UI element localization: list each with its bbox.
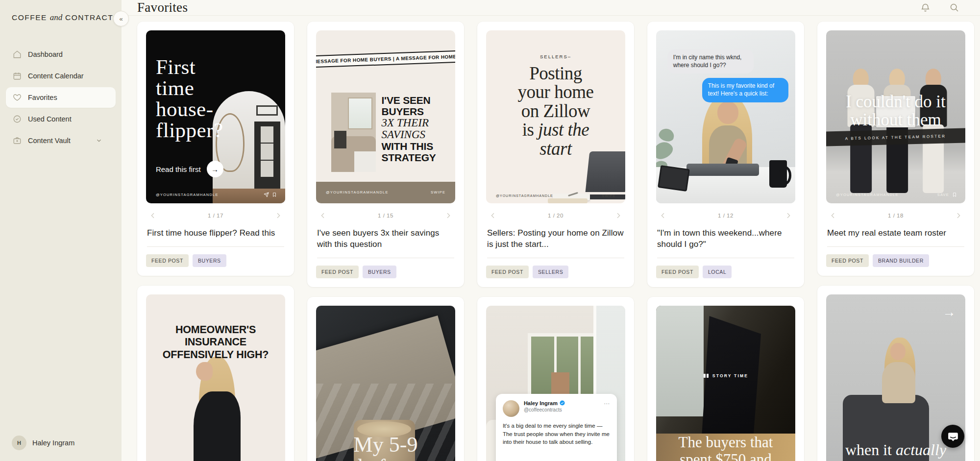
sidebar-item-content-calendar[interactable]: Content Calendar xyxy=(6,66,116,86)
carousel-prev-button[interactable] xyxy=(828,211,838,220)
tag-feed-post[interactable]: FEED POST xyxy=(316,266,359,278)
sidebar-item-dashboard[interactable]: Dashboard xyxy=(6,44,116,65)
carousel-next-button[interactable] xyxy=(784,211,793,220)
carousel-count: 1 / 20 xyxy=(548,213,564,218)
logo-contracts: CONTRACTS xyxy=(65,13,119,22)
sidebar-nav: Dashboard Content Calendar Favorites Use… xyxy=(0,44,122,151)
tag-buyers[interactable]: BUYERS xyxy=(193,254,226,267)
carousel-prev-button[interactable] xyxy=(658,211,668,220)
sidebar-item-favorites[interactable]: Favorites xyxy=(6,87,116,108)
instagram-handle: @YOURINSTAGRAMHANDLE xyxy=(496,194,553,197)
chevron-left-icon xyxy=(149,212,157,219)
app-logo: COFFEE and CONTRACTS xyxy=(0,0,122,23)
post-card-buyers-3x-savings[interactable]: A MESSAGE FOR HOME BUYERS | A MESSAGE FO… xyxy=(307,22,464,287)
main-area: Favorites First time xyxy=(122,0,980,461)
post-tags: FEED POST BUYERS xyxy=(146,254,285,267)
post-headline: First time house- flipper? xyxy=(156,56,223,141)
post-preview-image: A MESSAGE FOR HOME BUYERS | A MESSAGE FO… xyxy=(316,30,455,203)
post-card-team-roster[interactable]: I couldn't do it without them A BTS LOOK… xyxy=(817,22,974,276)
chevron-left-icon xyxy=(829,212,837,219)
post-headline: The buyers that spent $750 and saved $15… xyxy=(656,434,795,461)
post-preview-image: HOMEOWNER'S INSURANCE OFFENSIVELY HIGH? xyxy=(146,294,285,461)
sidebar-item-label: Dashboard xyxy=(28,50,63,58)
tag-feed-post[interactable]: FEED POST xyxy=(826,254,869,267)
carousel-next-button[interactable] xyxy=(613,211,623,220)
post-headline: I couldn't do it without them xyxy=(826,93,965,129)
post-title: I've seen buyers 3x their savings with t… xyxy=(317,228,454,250)
search-icon[interactable] xyxy=(949,2,959,13)
tag-brand-builder[interactable]: BRAND BUILDER xyxy=(873,254,929,267)
home-icon xyxy=(13,50,22,59)
tag-local[interactable]: LOCAL xyxy=(703,266,732,278)
tweet-handle: @coffeecontracts xyxy=(524,407,565,412)
post-card-first-time-flipper[interactable]: First time house- flipper? Read this fir… xyxy=(137,22,294,276)
chevron-left-icon xyxy=(659,212,667,219)
more-icon: ⋯ xyxy=(604,400,610,407)
user-name: Haley Ingram xyxy=(32,439,74,447)
chat-icon xyxy=(947,431,959,442)
avatar-initial: H xyxy=(17,440,21,446)
post-card-homeowners-insurance[interactable]: HOMEOWNER'S INSURANCE OFFENSIVELY HIGH? xyxy=(137,286,294,461)
grid-column: I'm in city name this wknd, where should… xyxy=(647,22,804,461)
tag-buyers[interactable]: BUYERS xyxy=(363,266,396,278)
page-title: Favorites xyxy=(137,0,188,15)
post-title: Meet my real estate team roster xyxy=(827,228,964,239)
carousel-prev-button[interactable] xyxy=(488,211,498,220)
check-circle-icon xyxy=(13,115,22,123)
verified-icon xyxy=(560,400,565,406)
swipe-label: SWIPE xyxy=(602,194,616,197)
carousel-next-button[interactable] xyxy=(954,211,963,220)
carousel-next-button[interactable] xyxy=(443,211,453,220)
grid-column: SELLERS– Posting your home on Zillow is … xyxy=(477,22,634,461)
post-headline: HOMEOWNER'S INSURANCE OFFENSIVELY HIGH? xyxy=(146,324,285,361)
tag-sellers[interactable]: SELLERS xyxy=(533,266,568,278)
tag-feed-post[interactable]: FEED POST xyxy=(656,266,699,278)
topbar-icons xyxy=(920,2,959,13)
bell-icon[interactable] xyxy=(920,2,931,13)
favorites-grid: First time house- flipper? Read this fir… xyxy=(122,16,980,461)
carousel-pagination: 1 / 17 xyxy=(146,203,285,227)
ticker-strip: A MESSAGE FOR HOME BUYERS | A MESSAGE FO… xyxy=(316,50,455,68)
post-card-tweet-selling[interactable]: Haley Ingram @coffeecontracts ⋯ It's a b… xyxy=(477,297,634,461)
topbar: Favorites xyxy=(122,0,980,16)
chat-launcher-button[interactable] xyxy=(941,425,964,448)
grid-column: A MESSAGE FOR HOME BUYERS | A MESSAGE FO… xyxy=(307,22,464,461)
text-bubble-incoming: I'm in city name this wknd, where should… xyxy=(667,49,754,74)
carousel-prev-button[interactable] xyxy=(318,211,328,220)
post-card-my-5-9[interactable]: My 5-9 before xyxy=(307,297,464,461)
tweet-author: Haley Ingram xyxy=(524,400,558,406)
post-title: Sellers: Posting your home on Zillow is … xyxy=(487,228,624,250)
sidebar-item-content-vault[interactable]: Content Vault xyxy=(6,130,116,151)
post-title: First time house flipper? Read this xyxy=(147,228,284,239)
carousel-count: 1 / 15 xyxy=(378,213,393,218)
chevron-right-icon xyxy=(955,212,962,219)
post-headline: Posting your home on Zillow is just the … xyxy=(486,64,625,158)
tweet-body: It's a big deal to me every single time … xyxy=(503,422,610,446)
instagram-handle: @YOURINSTAGRAMHANDLE xyxy=(156,193,219,197)
post-card-zillow-just-the-start[interactable]: SELLERS– Posting your home on Zillow is … xyxy=(477,22,634,287)
post-tags: FEED POST BRAND BUILDER xyxy=(826,254,965,267)
carousel-prev-button[interactable] xyxy=(148,211,158,220)
post-card-story-time[interactable]: STORY TIME The buyers that spent $750 an… xyxy=(647,297,804,461)
instagram-handle: @YOURINSTAGRAMHANDLE xyxy=(326,190,389,194)
chevron-left-icon xyxy=(489,212,497,219)
heart-icon xyxy=(13,93,22,102)
post-tags: FEED POST LOCAL xyxy=(656,266,795,278)
sidebar-item-used-content[interactable]: Used Content xyxy=(6,109,116,129)
post-eyebrow: SELLERS– xyxy=(486,54,625,59)
post-card-in-town-this-weekend[interactable]: I'm in city name this wknd, where should… xyxy=(647,22,804,287)
entryway-photo xyxy=(213,91,285,203)
chevron-right-icon xyxy=(614,212,622,219)
carousel-pagination: 1 / 15 xyxy=(316,203,455,227)
tag-feed-post[interactable]: FEED POST xyxy=(486,266,529,278)
arrow-right-icon: → xyxy=(942,305,956,320)
tag-feed-post[interactable]: FEED POST xyxy=(146,254,189,267)
bookmark-icon xyxy=(952,192,957,197)
text-bubble-outgoing: This is my favorite kind of text! Here's… xyxy=(702,78,788,102)
sidebar-collapse-button[interactable]: « xyxy=(113,11,129,26)
bookmark-icon xyxy=(272,192,277,197)
post-tags: FEED POST BUYERS xyxy=(316,266,455,278)
chevron-left-icon xyxy=(319,212,327,219)
carousel-next-button[interactable] xyxy=(273,211,283,220)
user-profile[interactable]: H Haley Ingram xyxy=(0,427,122,461)
